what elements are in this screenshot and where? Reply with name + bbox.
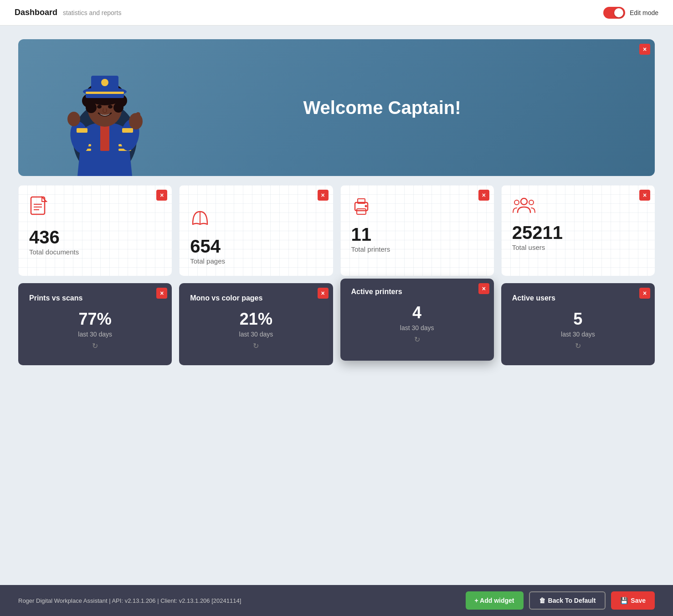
svg-point-28 <box>108 105 113 109</box>
mono-color-title: Mono vs color pages <box>190 294 322 302</box>
total-printers-widget: × 11 Total printers <box>340 185 494 276</box>
mono-vs-color-widget: × Mono vs color pages 21% last 30 days ↻ <box>179 283 333 365</box>
book-icon <box>190 208 322 230</box>
footer-text: Roger Digital Workplace Assistant | API:… <box>18 597 241 604</box>
welcome-text-wrapper: Welcome Captain! <box>303 98 461 118</box>
prints-vs-scans-widget: × Prints vs scans 77% last 30 days ↻ <box>18 283 172 365</box>
svg-point-26 <box>101 79 108 86</box>
document-icon <box>29 196 161 221</box>
header-subtitle: statistics and reports <box>63 9 121 16</box>
header: Dashboard statistics and reports Edit mo… <box>0 0 673 26</box>
prints-scans-value: 77% <box>29 310 161 329</box>
mono-color-close[interactable]: × <box>318 288 329 299</box>
total-pages-widget: × 654 Total pages <box>179 185 333 276</box>
prints-scans-sublabel: last 30 days <box>29 331 161 338</box>
active-users-value: 5 <box>512 310 644 329</box>
total-users-number: 25211 <box>512 223 644 242</box>
metrics-row: × Prints vs scans 77% last 30 days ↻ × M… <box>18 283 655 365</box>
active-printers-value: 4 <box>351 303 483 322</box>
active-printers-widget: × Active printers 4 last 30 days ↻ <box>340 279 494 361</box>
total-documents-widget: × 436 Total documents <box>18 185 172 276</box>
active-printers-column: × Active printers 4 last 30 days ↻ <box>340 283 494 365</box>
svg-rect-25 <box>86 92 124 94</box>
main-content: × <box>0 26 673 415</box>
header-title: Dashboard <box>15 8 57 17</box>
svg-point-41 <box>514 200 519 205</box>
header-left: Dashboard statistics and reports <box>15 8 121 17</box>
trash-icon: 🗑 <box>539 597 545 604</box>
active-printers-title: Active printers <box>351 288 483 296</box>
total-users-close[interactable]: × <box>639 190 650 201</box>
active-users-close[interactable]: × <box>639 288 650 299</box>
svg-rect-1 <box>100 124 109 151</box>
users-icon <box>512 196 644 216</box>
total-pages-label: Total pages <box>190 257 322 265</box>
floppy-icon: 💾 <box>620 597 628 604</box>
total-pages-close[interactable]: × <box>318 190 329 201</box>
active-printers-close[interactable]: × <box>478 283 489 294</box>
captain-figure <box>55 48 155 176</box>
total-documents-number: 436 <box>29 228 161 246</box>
svg-point-15 <box>86 102 97 113</box>
svg-rect-9 <box>136 112 140 122</box>
total-documents-label: Total documents <box>29 248 161 256</box>
toggle-thumb <box>614 8 623 17</box>
prints-scans-refresh-icon[interactable]: ↻ <box>29 342 161 350</box>
active-users-sublabel: last 30 days <box>512 331 644 338</box>
svg-rect-31 <box>31 197 45 214</box>
edit-mode-toggle[interactable] <box>603 7 625 19</box>
active-users-refresh-icon[interactable]: ↻ <box>512 342 644 350</box>
printer-icon <box>351 196 483 218</box>
stats-row: × 436 Total documents × <box>18 185 655 276</box>
active-users-widget: × Active users 5 last 30 days ↻ <box>501 283 655 365</box>
save-button[interactable]: 💾 Save <box>611 591 655 610</box>
bottom-buttons: + Add widget 🗑 Back To Default 💾 Save <box>466 591 655 610</box>
svg-point-40 <box>521 198 527 205</box>
bottom-bar: Roger Digital Workplace Assistant | API:… <box>0 585 673 616</box>
mono-color-refresh-icon[interactable]: ↻ <box>190 342 322 350</box>
active-printers-refresh-icon[interactable]: ↻ <box>351 335 483 344</box>
welcome-banner: × <box>18 39 655 176</box>
total-users-label: Total users <box>512 243 644 251</box>
prints-scans-title: Prints vs scans <box>29 294 161 302</box>
total-pages-number: 654 <box>190 237 322 255</box>
back-to-default-label: Back To Default <box>548 597 596 604</box>
svg-point-42 <box>529 200 534 205</box>
prints-scans-close[interactable]: × <box>156 288 167 299</box>
save-label: Save <box>631 597 646 604</box>
total-documents-close[interactable]: × <box>156 190 167 201</box>
mono-color-value: 21% <box>190 310 322 329</box>
active-users-title: Active users <box>512 294 644 302</box>
svg-point-10 <box>67 112 80 126</box>
add-widget-button[interactable]: + Add widget <box>466 591 524 610</box>
back-to-default-button[interactable]: 🗑 Back To Default <box>529 591 606 610</box>
svg-point-39 <box>365 205 367 207</box>
total-printers-close[interactable]: × <box>478 190 489 201</box>
welcome-text: Welcome Captain! <box>303 98 461 118</box>
active-printers-sublabel: last 30 days <box>351 324 483 331</box>
svg-rect-37 <box>357 209 366 214</box>
total-users-widget: × 25211 Total users <box>501 185 655 276</box>
svg-rect-29 <box>77 128 87 133</box>
welcome-close-button[interactable]: × <box>639 44 650 55</box>
svg-point-27 <box>97 105 102 109</box>
svg-rect-30 <box>122 128 133 133</box>
header-right: Edit mode <box>603 7 658 19</box>
mono-color-sublabel: last 30 days <box>190 331 322 338</box>
total-printers-label: Total printers <box>351 245 483 253</box>
edit-mode-label: Edit mode <box>630 9 658 16</box>
total-printers-number: 11 <box>351 225 483 243</box>
svg-point-17 <box>113 103 123 113</box>
